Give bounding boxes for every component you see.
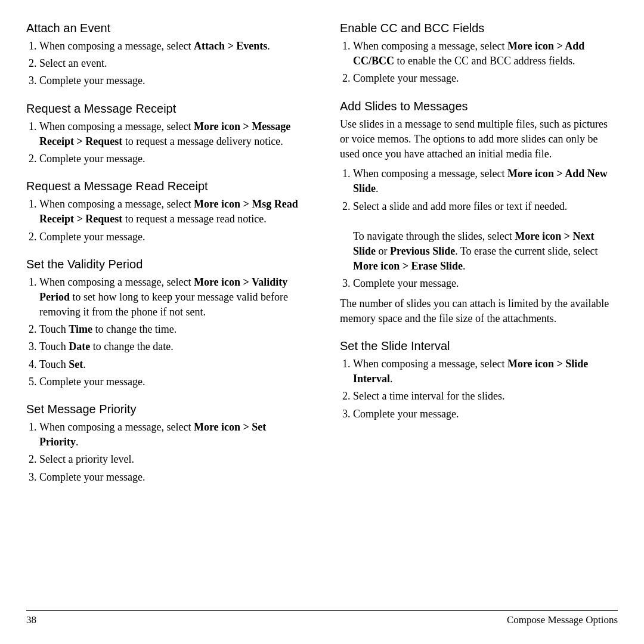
list-item: When composing a message, select More ic… [353,357,618,386]
right-column: Enable CC and BCC Fields When composing … [334,21,618,606]
section-title-enable-cc-bcc: Enable CC and BCC Fields [340,21,618,35]
section-title-add-slides: Add Slides to Messages [340,100,618,113]
request-receipt-list: When composing a message, select More ic… [26,119,304,167]
list-item: When composing a message, select Attach … [39,39,304,54]
left-column: Attach an Event When composing a message… [26,21,310,606]
section-message-priority: Set Message Priority When composing a me… [26,402,304,485]
list-item: When composing a message, select More ic… [39,119,304,149]
section-enable-cc-bcc: Enable CC and BCC Fields When composing … [340,21,618,86]
section-title-request-receipt: Request a Message Receipt [26,102,304,116]
attach-event-list: When composing a message, select Attach … [26,39,304,89]
request-read-receipt-list: When composing a message, select More ic… [26,197,304,244]
section-title-validity-period: Set the Validity Period [26,258,304,271]
page-footer: 38 Compose Message Options [26,610,618,626]
section-request-read-receipt: Request a Message Read Receipt When comp… [26,179,304,244]
list-item: Complete your message. [353,407,618,422]
section-request-receipt: Request a Message Receipt When composing… [26,102,304,167]
list-item: Select a slide and add more files or tex… [353,199,618,274]
list-item: When composing a message, select More ic… [39,197,304,227]
list-item: Complete your message. [39,230,304,244]
section-validity-period: Set the Validity Period When composing a… [26,258,304,389]
validity-period-list: When composing a message, select More ic… [26,275,304,389]
list-item: Complete your message. [39,151,304,166]
enable-cc-bcc-list: When composing a message, select More ic… [340,39,618,86]
list-item: Touch Date to change the date. [39,339,304,354]
section-title-request-read-receipt: Request a Message Read Receipt [26,179,304,193]
page: Attach an Event When composing a message… [0,0,644,644]
section-attach-event: Attach an Event When composing a message… [26,21,304,89]
slide-interval-list: When composing a message, select More ic… [340,357,618,422]
section-title-slide-interval: Set the Slide Interval [340,339,618,353]
list-item: Touch Time to change the time. [39,322,304,337]
footer-section-title: Compose Message Options [507,614,618,626]
list-item: Complete your message. [39,73,304,88]
list-item: Complete your message. [353,71,618,86]
footer-page-number: 38 [26,614,36,626]
list-item: Select a priority level. [39,452,304,467]
list-item: Complete your message. [39,374,304,389]
list-item: When composing a message, select More ic… [39,275,304,320]
message-priority-list: When composing a message, select More ic… [26,420,304,485]
add-slides-outro: The number of slides you can attach is l… [340,296,618,326]
list-item: When composing a message, select More ic… [353,166,618,196]
list-item: Select a time interval for the slides. [353,389,618,404]
add-slides-intro: Use slides in a message to send multiple… [340,117,618,162]
list-item: Select an event. [39,56,304,71]
section-title-attach-event: Attach an Event [26,21,304,35]
section-title-message-priority: Set Message Priority [26,402,304,416]
section-slide-interval: Set the Slide Interval When composing a … [340,339,618,422]
section-add-slides: Add Slides to Messages Use slides in a m… [340,100,618,326]
list-item: Complete your message. [353,276,618,291]
list-item: When composing a message, select More ic… [353,39,618,69]
add-slides-list: When composing a message, select More ic… [340,166,618,292]
list-item: When composing a message, select More ic… [39,420,304,450]
list-item: Complete your message. [39,470,304,485]
content-area: Attach an Event When composing a message… [26,21,618,606]
list-item: Touch Set. [39,357,304,372]
